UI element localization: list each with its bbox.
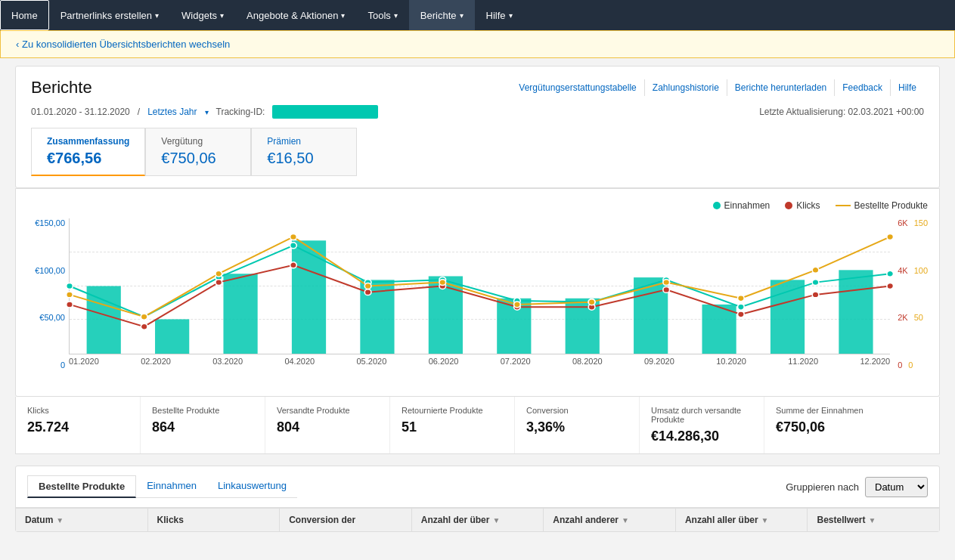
breadcrumb-banner[interactable]: ‹ Zu konsolidierten Übersichtsberichten … (0, 30, 955, 58)
svg-rect-0 (87, 286, 121, 354)
tab-vergütung-label: Vergütung (161, 136, 235, 147)
nav-widgets[interactable]: Widgets ▾ (170, 0, 235, 30)
legend-einnahmen-label: Einnahmen (724, 200, 771, 211)
th-bestellwert-label: Bestellwert (817, 515, 865, 525)
chevron-down-icon[interactable]: ▾ (205, 108, 209, 116)
y-left-150: €150,00 (35, 218, 65, 227)
y-axis-left: €150,00 €100,00 €50,00 0 (27, 218, 69, 385)
page-title: Berichte (31, 78, 92, 97)
tracking-id-field[interactable] (272, 105, 378, 119)
x-label-sep: 09.2020 (644, 357, 674, 366)
tab-prämien-value: €16,50 (267, 150, 341, 167)
y-right-products-50: 50 (914, 313, 923, 322)
tab-zusammenfassung[interactable]: Zusammenfassung €766,56 (31, 128, 145, 176)
th-anzahl-ueber-label: Anzahl der über (421, 515, 490, 525)
date-range: 01.01.2020 - 31.12.2020 (31, 107, 130, 117)
y-right-top: 6K 150 (898, 218, 928, 227)
tab-vergütung-value: €750,06 (161, 150, 235, 167)
stat-retournierte: Retournierte Produkte 51 (390, 397, 515, 453)
tab-zusammenfassung-label: Zusammenfassung (47, 136, 129, 147)
svg-point-35 (887, 283, 894, 289)
svg-point-24 (67, 302, 73, 308)
tab-vergütung-sum[interactable]: Vergütung €750,06 (145, 128, 251, 176)
svg-point-22 (812, 280, 819, 286)
nav-hilfe[interactable]: Hilfe ▾ (475, 0, 524, 30)
tracking-label: Tracking-ID: (216, 107, 265, 117)
stat-summe-label: Summe der Einnahmen (776, 406, 928, 415)
stat-bestellte-label: Bestellte Produkte (152, 406, 253, 415)
tab-prämien[interactable]: Prämien €16,50 (251, 128, 357, 176)
stat-bestellte-value: 864 (152, 419, 253, 435)
th-bestellwert[interactable]: Bestellwert ▼ (808, 509, 939, 531)
svg-point-44 (663, 280, 670, 286)
stat-retournierte-value: 51 (402, 419, 503, 435)
stat-conversion: Conversion 3,36% (515, 397, 640, 453)
svg-rect-2 (223, 274, 257, 354)
nav-berichte[interactable]: Berichte ▾ (409, 0, 475, 30)
x-label-oct: 10.2020 (716, 357, 746, 366)
x-label-aug: 08.2020 (572, 357, 603, 366)
x-label-feb: 02.2020 (141, 357, 171, 366)
nav-partnerlinks[interactable]: Partnerlinks erstellen ▾ (49, 0, 170, 30)
svg-point-26 (215, 280, 222, 286)
tab-feedback[interactable]: Feedback (835, 79, 891, 96)
tab-hilfe[interactable]: Hilfe (891, 79, 924, 96)
y-right-products-max: 150 (914, 218, 928, 227)
sort-icon-5: ▼ (869, 516, 876, 524)
date-separator: / (138, 107, 140, 117)
th-datum-label: Datum (25, 515, 53, 525)
svg-point-34 (812, 292, 819, 298)
th-anzahl-anderer-label: Anzahl anderer (553, 515, 619, 525)
th-anzahl-anderer[interactable]: Anzahl anderer ▼ (544, 509, 676, 531)
nav-angebote[interactable]: Angebote & Aktionen ▾ (235, 0, 356, 30)
tab-vergütung[interactable]: Vergütungserstattungstabelle (511, 79, 644, 96)
chevron-down-icon: ▾ (155, 11, 159, 20)
y-right-clicks-max: 6K (898, 218, 907, 227)
x-label-may: 05.2020 (357, 357, 387, 366)
chevron-down-icon: ▾ (509, 11, 513, 20)
x-label-apr: 04.2020 (284, 357, 315, 366)
bottom-tabs-row: Bestellte Produkte Einnahmen Linkauswert… (16, 466, 939, 508)
y-right-zero: 0 0 (898, 360, 913, 370)
chart-svg (70, 218, 890, 354)
legend-einnahmen: Einnahmen (713, 200, 771, 211)
legend-products-label: Bestellte Produkte (854, 200, 928, 211)
tab-bestellte-produkte[interactable]: Bestellte Produkte (27, 475, 136, 498)
stat-umsatz: Umsatz durch versandte Produkte €14.286,… (640, 397, 764, 453)
y-right-clicks-2k: 2K (898, 313, 907, 322)
top-navigation: Home Partnerlinks erstellen ▾ Widgets ▾ … (0, 0, 955, 30)
svg-point-45 (738, 295, 745, 302)
einnahmen-icon (713, 202, 721, 209)
chart-legend: Einnahmen Klicks Bestellte Produkte (27, 200, 928, 211)
y-right-mid1: 4K 100 (898, 266, 928, 275)
th-klicks[interactable]: Klicks (148, 509, 281, 531)
svg-rect-1 (155, 319, 189, 354)
nav-home[interactable]: Home (0, 0, 49, 30)
nav-tools[interactable]: Tools ▾ (356, 0, 408, 30)
stat-bestellte: Bestellte Produkte 864 (141, 397, 265, 453)
x-label-jan: 01.2020 (69, 357, 99, 366)
svg-point-12 (67, 283, 73, 289)
th-conversion[interactable]: Conversion der (280, 509, 412, 531)
legend-products: Bestellte Produkte (836, 200, 928, 211)
th-anzahl-aller[interactable]: Anzahl aller über ▼ (676, 509, 808, 531)
tab-linkauswertung[interactable]: Linkauswertung (207, 475, 297, 498)
y-right-products-100: 100 (914, 266, 928, 275)
tab-berichte-herunterladen[interactable]: Berichte herunterladen (727, 79, 835, 96)
tab-zahlungshistorie[interactable]: Zahlungshistorie (645, 79, 727, 96)
th-datum[interactable]: Datum ▼ (16, 509, 148, 531)
group-by-select[interactable]: Datum Produkt Link (865, 477, 928, 497)
tab-einnahmen[interactable]: Einnahmen (136, 475, 207, 498)
chart-wrapper: €150,00 €100,00 €50,00 0 01.2020 (27, 218, 928, 385)
group-by-label: Gruppieren nach (786, 481, 859, 493)
th-conversion-label: Conversion der (289, 515, 355, 525)
th-anzahl-ueber[interactable]: Anzahl der über ▼ (412, 509, 544, 531)
chevron-down-icon: ▾ (341, 11, 345, 20)
y-right-mid2: 2K 50 (898, 313, 923, 322)
svg-point-33 (738, 311, 745, 317)
stat-summe-value: €750,06 (776, 419, 928, 435)
reports-top: Berichte Vergütungserstattungstabelle Za… (31, 78, 924, 97)
x-label-jul: 07.2020 (501, 357, 531, 366)
date-filter[interactable]: Letztes Jahr (147, 107, 197, 117)
svg-point-38 (215, 271, 222, 277)
